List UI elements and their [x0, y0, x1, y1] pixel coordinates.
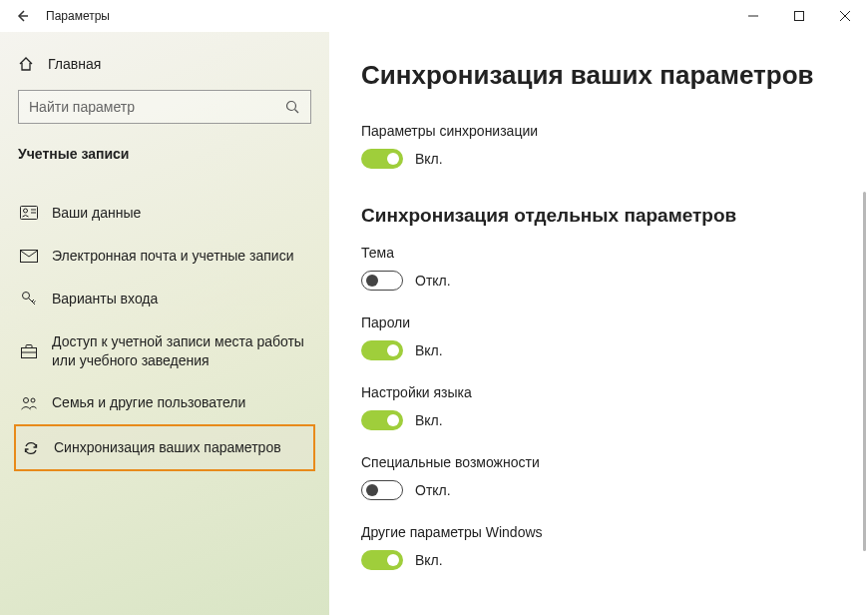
search-icon [285, 100, 300, 115]
language-toggle[interactable] [361, 410, 403, 430]
passwords-toggle[interactable] [361, 340, 403, 360]
home-link[interactable]: Главная [18, 56, 311, 72]
sidebar-item-label: Доступ к учетной записи места работы или… [52, 332, 307, 370]
window-title: Параметры [46, 9, 110, 23]
category-title: Учетные записи [18, 146, 311, 162]
toggle-label-language: Настройки языка [361, 384, 836, 400]
person-card-icon [20, 206, 38, 220]
svg-point-11 [23, 293, 30, 300]
close-button[interactable] [822, 0, 868, 32]
sync-settings-toggle[interactable] [361, 149, 403, 169]
svg-point-15 [31, 398, 35, 402]
sidebar-item-work-school[interactable]: Доступ к учетной записи места работы или… [18, 320, 311, 382]
people-icon [20, 396, 38, 410]
titlebar: Параметры [0, 0, 868, 32]
briefcase-icon [20, 344, 38, 358]
page-title: Синхронизация ваших параметров [361, 60, 836, 91]
svg-line-5 [295, 109, 299, 113]
window-controls [730, 0, 868, 32]
sidebar-item-signin-options[interactable]: Варианты входа [18, 278, 311, 320]
toggle-state-text: Откл. [415, 482, 451, 498]
svg-rect-1 [795, 12, 804, 21]
toggle-label-other-windows: Другие параметры Windows [361, 524, 836, 540]
sidebar-item-label: Ваши данные [52, 204, 141, 223]
sidebar-item-label: Электронная почта и учетные записи [52, 247, 293, 266]
toggle-label-theme: Тема [361, 245, 836, 261]
toggle-label-passwords: Пароли [361, 314, 836, 330]
svg-point-14 [24, 397, 29, 402]
toggle-state-text: Откл. [415, 273, 451, 289]
sidebar-item-your-info[interactable]: Ваши данные [18, 192, 311, 235]
sidebar-item-label: Синхронизация ваших параметров [54, 438, 281, 457]
maximize-button[interactable] [776, 0, 822, 32]
key-icon [20, 291, 38, 307]
home-icon [18, 56, 34, 72]
toggle-state-text: Вкл. [415, 151, 443, 167]
other-windows-toggle[interactable] [361, 550, 403, 570]
mail-icon [20, 250, 38, 263]
sidebar-item-email-accounts[interactable]: Электронная почта и учетные записи [18, 235, 311, 278]
arrow-left-icon [15, 9, 29, 23]
minimize-button[interactable] [730, 0, 776, 32]
sidebar-item-label: Варианты входа [52, 290, 158, 308]
maximize-icon [794, 11, 804, 21]
main-pane: Синхронизация ваших параметров Параметры… [329, 32, 868, 615]
toggle-label-ease-of-access: Специальные возможности [361, 454, 836, 470]
theme-toggle[interactable] [361, 271, 403, 291]
sidebar: Главная Учетные записи Ваши данные Элект… [0, 32, 329, 615]
back-button[interactable] [6, 0, 38, 32]
toggle-state-text: Вкл. [415, 412, 443, 428]
search-box[interactable] [18, 90, 311, 124]
svg-point-7 [24, 209, 28, 213]
scrollbar[interactable] [863, 192, 866, 551]
toggle-state-text: Вкл. [415, 552, 443, 568]
sync-icon [22, 440, 40, 456]
svg-point-4 [287, 101, 296, 110]
toggle-state-text: Вкл. [415, 342, 443, 358]
home-label: Главная [48, 56, 101, 72]
section-title: Синхронизация отдельных параметров [361, 205, 836, 227]
ease-of-access-toggle[interactable] [361, 480, 403, 500]
minimize-icon [748, 11, 758, 21]
sidebar-item-family[interactable]: Семья и другие пользователи [18, 381, 311, 424]
search-input[interactable] [29, 99, 285, 115]
sync-settings-label: Параметры синхронизации [361, 123, 836, 139]
sidebar-item-sync[interactable]: Синхронизация ваших параметров [14, 424, 315, 471]
sidebar-item-label: Семья и другие пользователи [52, 393, 245, 412]
close-icon [840, 11, 850, 21]
